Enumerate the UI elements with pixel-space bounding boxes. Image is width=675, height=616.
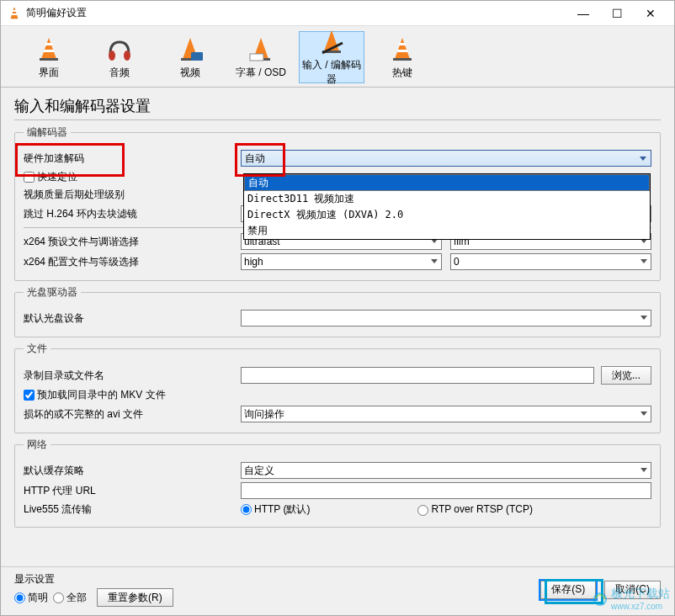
svg-rect-11 [191, 52, 203, 61]
svg-marker-0 [11, 8, 18, 19]
svg-rect-21 [393, 58, 412, 61]
tab-interface[interactable]: 界面 [16, 31, 82, 83]
minimize-button[interactable]: — [566, 2, 600, 25]
broken-avi-label: 损坏的或不完整的 avi 文件 [24, 407, 234, 422]
svg-rect-4 [45, 43, 52, 45]
cone-jack-icon [317, 28, 346, 56]
headphones-icon [105, 35, 134, 64]
separator [1, 87, 674, 88]
hw-decode-dropdown[interactable]: 自动 Direct3D11 视频加速 DirectX 视频加速 (DXVA) 2… [243, 173, 651, 240]
svg-rect-1 [13, 10, 16, 12]
tab-label: 热键 [392, 66, 412, 80]
http-proxy-input[interactable] [241, 482, 651, 499]
close-button[interactable]: ✕ [634, 2, 667, 25]
skip-loopfilter-label: 跳过 H.264 环内去块滤镜 [24, 207, 234, 221]
dropdown-option[interactable]: 禁用 [244, 223, 650, 239]
svg-rect-5 [44, 50, 54, 52]
footer: 显示设置 简明 全部 重置参数(R) 保存(S) 取消(C) [1, 566, 674, 615]
dropdown-option[interactable]: 自动 [244, 174, 650, 191]
tab-input-codecs[interactable]: 输入 / 编解码器 [299, 31, 364, 83]
cache-policy-select[interactable] [241, 462, 651, 479]
group-files: 文件 录制目录或文件名 浏览... 预加载同目录中的 MKV 文件 损坏的或不完… [14, 342, 661, 433]
svg-rect-14 [250, 54, 263, 61]
tab-label: 输入 / 编解码器 [300, 58, 364, 87]
group-legend: 光盘驱动器 [24, 285, 81, 300]
svg-marker-3 [41, 38, 56, 59]
svg-marker-18 [395, 38, 410, 59]
default-disc-label: 默认光盘设备 [24, 311, 234, 326]
preload-mkv-checkbox[interactable]: 预加载同目录中的 MKV 文件 [24, 388, 166, 402]
group-legend: 编解码器 [24, 125, 71, 140]
group-disc: 光盘驱动器 默认光盘设备 [14, 285, 661, 337]
tab-label: 界面 [39, 66, 59, 80]
x264-profile-label: x264 配置文件与等级选择 [24, 255, 234, 269]
svg-rect-2 [12, 13, 17, 15]
svg-rect-6 [40, 58, 58, 61]
tab-label: 视频 [180, 66, 200, 80]
window-title: 简明偏好设置 [26, 6, 566, 20]
cone-sub-icon [247, 35, 275, 64]
titlebar: 简明偏好设置 — ☐ ✕ [1, 1, 674, 26]
live555-label: Live555 流传输 [24, 502, 234, 517]
svg-point-7 [109, 50, 115, 61]
separator [14, 119, 661, 120]
record-dir-input[interactable] [241, 367, 594, 384]
tab-label: 字幕 / OSD [236, 66, 286, 80]
maximize-button[interactable]: ☐ [600, 2, 634, 25]
group-legend: 文件 [24, 342, 50, 356]
x264-level-input[interactable] [450, 253, 651, 270]
cone-video-icon [176, 35, 205, 64]
all-radio[interactable]: 全部 [53, 591, 87, 605]
hw-decode-select[interactable]: 自动 [241, 150, 651, 167]
dropdown-option[interactable]: DirectX 视频加速 (DXVA) 2.0 [244, 207, 650, 223]
cone-icon [388, 35, 417, 64]
simple-radio[interactable]: 简明 [14, 591, 48, 605]
tab-video[interactable]: 视频 [157, 31, 223, 83]
tab-audio[interactable]: 音频 [87, 31, 152, 83]
browse-button[interactable]: 浏览... [601, 366, 651, 385]
default-disc-select[interactable] [241, 310, 651, 327]
cone-icon [35, 35, 63, 64]
cancel-button[interactable]: 取消(C) [604, 581, 661, 599]
svg-rect-20 [397, 50, 407, 52]
svg-point-8 [124, 50, 130, 61]
x264-preset-label: x264 预设文件与调谐选择 [24, 235, 234, 249]
record-dir-label: 录制目录或文件名 [24, 369, 234, 383]
show-settings-label: 显示设置 [14, 572, 173, 587]
group-legend: 网络 [24, 438, 50, 452]
postproc-label: 视频质量后期处理级别 [24, 188, 234, 202]
vlc-icon [8, 7, 21, 20]
fast-seek-checkbox[interactable]: 快速定位 [24, 170, 77, 184]
dropdown-option[interactable]: Direct3D11 视频加速 [244, 191, 650, 207]
tab-label: 音频 [109, 66, 130, 80]
tab-subtitles[interactable]: 字幕 / OSD [228, 31, 294, 83]
save-button[interactable]: 保存(S) [540, 581, 596, 599]
http-radio[interactable]: HTTP (默认) [241, 502, 310, 517]
broken-avi-select[interactable] [241, 406, 651, 422]
http-proxy-label: HTTP 代理 URL [24, 484, 234, 498]
hw-decode-label: 硬件加速解码 [24, 151, 234, 166]
reset-button[interactable]: 重置参数(R) [97, 588, 173, 607]
group-network: 网络 默认缓存策略 HTTP 代理 URL Live555 流传输 HTTP (… [14, 438, 661, 528]
x264-profile-select[interactable] [241, 253, 442, 270]
page-title: 输入和编解码器设置 [14, 96, 661, 118]
tab-hotkeys[interactable]: 热键 [369, 31, 435, 83]
cache-policy-label: 默认缓存策略 [24, 464, 234, 478]
svg-rect-19 [399, 43, 406, 45]
rtp-radio[interactable]: RTP over RTSP (TCP) [417, 503, 532, 515]
toolbar: 界面 音频 视频 字幕 / OSD 输入 / 编解码器 热键 [1, 26, 674, 85]
